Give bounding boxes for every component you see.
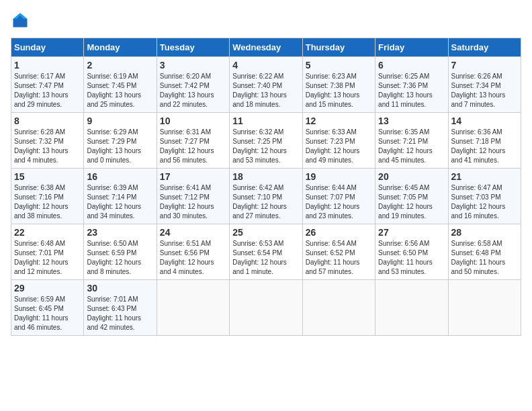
weekday-header-saturday: Saturday bbox=[448, 38, 521, 57]
calendar-cell: 25Sunrise: 6:53 AM Sunset: 6:54 PM Dayli… bbox=[230, 224, 302, 280]
cell-info: Sunrise: 6:31 AM Sunset: 7:27 PM Dayligh… bbox=[160, 128, 226, 165]
day-number: 12 bbox=[306, 116, 372, 126]
cell-info: Sunrise: 6:41 AM Sunset: 7:12 PM Dayligh… bbox=[160, 183, 226, 221]
calendar-cell: 5Sunrise: 6:23 AM Sunset: 7:38 PM Daylig… bbox=[302, 57, 375, 113]
calendar-cell: 24Sunrise: 6:51 AM Sunset: 6:56 PM Dayli… bbox=[157, 224, 229, 280]
day-number: 19 bbox=[306, 171, 372, 182]
calendar-table: SundayMondayTuesdayWednesdayThursdayFrid… bbox=[11, 38, 521, 336]
cell-info: Sunrise: 6:44 AM Sunset: 7:07 PM Dayligh… bbox=[306, 183, 372, 221]
cell-info: Sunrise: 6:54 AM Sunset: 6:52 PM Dayligh… bbox=[306, 239, 372, 277]
calendar-cell: 13Sunrise: 6:35 AM Sunset: 7:21 PM Dayli… bbox=[375, 113, 448, 169]
cell-info: Sunrise: 6:59 AM Sunset: 6:45 PM Dayligh… bbox=[14, 295, 81, 332]
day-number: 9 bbox=[87, 116, 153, 126]
calendar-cell: 29Sunrise: 6:59 AM Sunset: 6:45 PM Dayli… bbox=[11, 280, 84, 336]
day-number: 10 bbox=[160, 116, 226, 126]
calendar-week-row: 1Sunrise: 6:17 AM Sunset: 7:47 PM Daylig… bbox=[11, 57, 521, 113]
cell-info: Sunrise: 6:28 AM Sunset: 7:32 PM Dayligh… bbox=[14, 128, 81, 165]
day-number: 17 bbox=[160, 171, 226, 182]
cell-info: Sunrise: 6:20 AM Sunset: 7:42 PM Dayligh… bbox=[160, 72, 226, 109]
day-number: 15 bbox=[14, 171, 81, 182]
calendar-cell: 2Sunrise: 6:19 AM Sunset: 7:45 PM Daylig… bbox=[84, 57, 157, 113]
weekday-header-monday: Monday bbox=[84, 38, 157, 57]
calendar-cell: 15Sunrise: 6:38 AM Sunset: 7:16 PM Dayli… bbox=[11, 169, 84, 224]
logo bbox=[11, 11, 32, 30]
cell-info: Sunrise: 6:32 AM Sunset: 7:25 PM Dayligh… bbox=[232, 128, 299, 165]
weekday-header-friday: Friday bbox=[375, 38, 448, 57]
day-number: 3 bbox=[160, 60, 226, 71]
day-number: 2 bbox=[87, 60, 153, 71]
calendar-cell: 8Sunrise: 6:28 AM Sunset: 7:32 PM Daylig… bbox=[11, 113, 84, 169]
calendar-week-row: 22Sunrise: 6:48 AM Sunset: 7:01 PM Dayli… bbox=[11, 224, 521, 280]
weekday-header-wednesday: Wednesday bbox=[230, 38, 302, 57]
calendar-cell: 18Sunrise: 6:42 AM Sunset: 7:10 PM Dayli… bbox=[230, 169, 302, 224]
cell-info: Sunrise: 7:01 AM Sunset: 6:43 PM Dayligh… bbox=[87, 295, 153, 332]
calendar-cell: 10Sunrise: 6:31 AM Sunset: 7:27 PM Dayli… bbox=[157, 113, 229, 169]
day-number: 22 bbox=[14, 227, 81, 238]
calendar-cell: 21Sunrise: 6:47 AM Sunset: 7:03 PM Dayli… bbox=[448, 169, 521, 224]
cell-info: Sunrise: 6:35 AM Sunset: 7:21 PM Dayligh… bbox=[378, 128, 445, 165]
day-number: 6 bbox=[378, 60, 445, 71]
calendar-cell bbox=[302, 280, 375, 336]
day-number: 4 bbox=[232, 60, 299, 71]
day-number: 30 bbox=[87, 283, 153, 293]
day-number: 25 bbox=[232, 227, 299, 238]
calendar-cell: 19Sunrise: 6:44 AM Sunset: 7:07 PM Dayli… bbox=[302, 169, 375, 224]
calendar-cell: 22Sunrise: 6:48 AM Sunset: 7:01 PM Dayli… bbox=[11, 224, 84, 280]
calendar-cell: 20Sunrise: 6:45 AM Sunset: 7:05 PM Dayli… bbox=[375, 169, 448, 224]
calendar-cell: 26Sunrise: 6:54 AM Sunset: 6:52 PM Dayli… bbox=[302, 224, 375, 280]
day-number: 11 bbox=[232, 116, 299, 126]
calendar-week-row: 8Sunrise: 6:28 AM Sunset: 7:32 PM Daylig… bbox=[11, 113, 521, 169]
day-number: 20 bbox=[378, 171, 445, 182]
cell-info: Sunrise: 6:33 AM Sunset: 7:23 PM Dayligh… bbox=[306, 128, 372, 165]
cell-info: Sunrise: 6:17 AM Sunset: 7:47 PM Dayligh… bbox=[14, 72, 81, 109]
calendar-cell: 14Sunrise: 6:36 AM Sunset: 7:18 PM Dayli… bbox=[448, 113, 521, 169]
cell-info: Sunrise: 6:48 AM Sunset: 7:01 PM Dayligh… bbox=[14, 239, 81, 277]
calendar-cell: 1Sunrise: 6:17 AM Sunset: 7:47 PM Daylig… bbox=[11, 57, 84, 113]
calendar-cell: 28Sunrise: 6:58 AM Sunset: 6:48 PM Dayli… bbox=[448, 224, 521, 280]
cell-info: Sunrise: 6:53 AM Sunset: 6:54 PM Dayligh… bbox=[232, 239, 299, 277]
day-number: 8 bbox=[14, 116, 81, 126]
day-number: 27 bbox=[378, 227, 445, 238]
calendar-cell: 23Sunrise: 6:50 AM Sunset: 6:59 PM Dayli… bbox=[84, 224, 157, 280]
day-number: 26 bbox=[306, 227, 372, 238]
page-header bbox=[11, 11, 521, 30]
weekday-header-thursday: Thursday bbox=[302, 38, 375, 57]
day-number: 13 bbox=[378, 116, 445, 126]
day-number: 1 bbox=[14, 60, 81, 71]
cell-info: Sunrise: 6:29 AM Sunset: 7:29 PM Dayligh… bbox=[87, 128, 153, 165]
calendar-cell bbox=[375, 280, 448, 336]
day-number: 24 bbox=[160, 227, 226, 238]
cell-info: Sunrise: 6:26 AM Sunset: 7:34 PM Dayligh… bbox=[451, 72, 518, 109]
calendar-week-row: 29Sunrise: 6:59 AM Sunset: 6:45 PM Dayli… bbox=[11, 280, 521, 336]
cell-info: Sunrise: 6:25 AM Sunset: 7:36 PM Dayligh… bbox=[378, 72, 445, 109]
cell-info: Sunrise: 6:56 AM Sunset: 6:50 PM Dayligh… bbox=[378, 239, 445, 277]
cell-info: Sunrise: 6:38 AM Sunset: 7:16 PM Dayligh… bbox=[14, 183, 81, 221]
calendar-cell: 9Sunrise: 6:29 AM Sunset: 7:29 PM Daylig… bbox=[84, 113, 157, 169]
weekday-header-row: SundayMondayTuesdayWednesdayThursdayFrid… bbox=[11, 38, 521, 57]
cell-info: Sunrise: 6:42 AM Sunset: 7:10 PM Dayligh… bbox=[232, 183, 299, 221]
day-number: 23 bbox=[87, 227, 153, 238]
cell-info: Sunrise: 6:23 AM Sunset: 7:38 PM Dayligh… bbox=[306, 72, 372, 109]
calendar-week-row: 15Sunrise: 6:38 AM Sunset: 7:16 PM Dayli… bbox=[11, 169, 521, 224]
day-number: 18 bbox=[232, 171, 299, 182]
calendar-cell: 12Sunrise: 6:33 AM Sunset: 7:23 PM Dayli… bbox=[302, 113, 375, 169]
cell-info: Sunrise: 6:50 AM Sunset: 6:59 PM Dayligh… bbox=[87, 239, 153, 277]
calendar-cell: 16Sunrise: 6:39 AM Sunset: 7:14 PM Dayli… bbox=[84, 169, 157, 224]
logo-icon bbox=[11, 11, 30, 30]
cell-info: Sunrise: 6:47 AM Sunset: 7:03 PM Dayligh… bbox=[451, 183, 518, 221]
calendar-cell: 27Sunrise: 6:56 AM Sunset: 6:50 PM Dayli… bbox=[375, 224, 448, 280]
weekday-header-tuesday: Tuesday bbox=[157, 38, 229, 57]
day-number: 14 bbox=[451, 116, 518, 126]
calendar-cell: 11Sunrise: 6:32 AM Sunset: 7:25 PM Dayli… bbox=[230, 113, 302, 169]
day-number: 29 bbox=[14, 283, 81, 293]
calendar-cell: 30Sunrise: 7:01 AM Sunset: 6:43 PM Dayli… bbox=[84, 280, 157, 336]
cell-info: Sunrise: 6:22 AM Sunset: 7:40 PM Dayligh… bbox=[232, 72, 299, 109]
cell-info: Sunrise: 6:51 AM Sunset: 6:56 PM Dayligh… bbox=[160, 239, 226, 277]
cell-info: Sunrise: 6:45 AM Sunset: 7:05 PM Dayligh… bbox=[378, 183, 445, 221]
calendar-cell bbox=[448, 280, 521, 336]
day-number: 5 bbox=[306, 60, 372, 71]
weekday-header-sunday: Sunday bbox=[11, 38, 84, 57]
cell-info: Sunrise: 6:36 AM Sunset: 7:18 PM Dayligh… bbox=[451, 128, 518, 165]
day-number: 16 bbox=[87, 171, 153, 182]
calendar-cell: 3Sunrise: 6:20 AM Sunset: 7:42 PM Daylig… bbox=[157, 57, 229, 113]
